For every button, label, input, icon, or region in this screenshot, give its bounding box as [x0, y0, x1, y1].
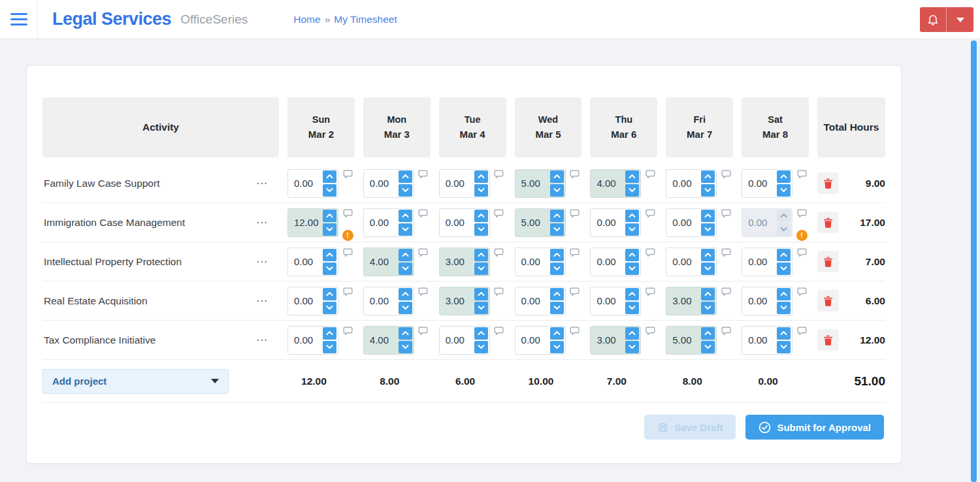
hours-input[interactable] [365, 178, 399, 189]
comment-icon[interactable] [494, 287, 504, 297]
hours-input[interactable] [592, 178, 625, 189]
comment-icon[interactable] [418, 287, 428, 297]
decrement-button[interactable] [625, 302, 639, 314]
decrement-button[interactable] [701, 263, 715, 275]
row-menu-icon[interactable]: ⋯ [255, 295, 270, 307]
increment-button[interactable] [625, 288, 639, 300]
vertical-scrollbar[interactable] [971, 40, 977, 482]
delete-row-button[interactable] [817, 290, 839, 312]
hours-input[interactable] [289, 217, 323, 228]
increment-button[interactable] [399, 327, 412, 340]
decrement-button[interactable] [399, 341, 412, 353]
decrement-button[interactable] [701, 302, 715, 314]
comment-icon[interactable] [570, 170, 580, 179]
comment-icon[interactable] [418, 327, 428, 336]
increment-button[interactable] [474, 210, 488, 222]
increment-button[interactable] [323, 170, 336, 183]
hours-input[interactable] [289, 334, 323, 345]
row-menu-icon[interactable]: ⋯ [255, 256, 270, 268]
increment-button[interactable] [323, 327, 336, 340]
hours-input[interactable] [668, 334, 701, 345]
decrement-button[interactable] [474, 223, 488, 236]
comment-icon[interactable] [570, 287, 580, 297]
decrement-button[interactable] [625, 184, 639, 197]
decrement-button[interactable] [550, 223, 564, 236]
decrement-button[interactable] [399, 302, 412, 314]
decrement-button[interactable] [474, 263, 488, 275]
hours-input[interactable] [365, 256, 399, 267]
increment-button[interactable] [701, 249, 715, 261]
hours-input[interactable] [441, 295, 474, 306]
comment-icon[interactable] [645, 209, 655, 218]
increment-button[interactable] [777, 327, 791, 340]
comment-icon[interactable] [797, 170, 807, 179]
hours-input[interactable] [592, 295, 625, 306]
hours-input[interactable] [441, 256, 474, 267]
hours-input[interactable] [668, 295, 701, 306]
hours-input[interactable] [743, 295, 777, 306]
submit-for-approval-button[interactable]: Submit for Approval [745, 415, 884, 440]
delete-row-button[interactable] [817, 329, 839, 351]
increment-button[interactable] [474, 288, 488, 300]
comment-icon[interactable] [797, 248, 807, 257]
decrement-button[interactable] [550, 263, 564, 275]
decrement-button[interactable] [474, 184, 488, 197]
decrement-button[interactable] [550, 184, 564, 197]
decrement-button[interactable] [323, 223, 336, 236]
comment-icon[interactable] [343, 209, 353, 218]
decrement-button[interactable] [550, 302, 564, 314]
hours-input[interactable] [517, 334, 550, 345]
comment-icon[interactable] [343, 327, 353, 336]
increment-button[interactable] [399, 210, 412, 222]
comment-icon[interactable] [418, 170, 428, 179]
increment-button[interactable] [625, 327, 639, 340]
increment-button[interactable] [474, 249, 488, 261]
decrement-button[interactable] [323, 341, 336, 353]
increment-button[interactable] [399, 249, 412, 261]
delete-row-button[interactable] [817, 212, 839, 233]
increment-button[interactable] [701, 210, 715, 222]
decrement-button[interactable] [701, 184, 715, 197]
hours-input[interactable] [668, 256, 701, 267]
increment-button[interactable] [550, 327, 564, 340]
comment-icon[interactable] [645, 327, 655, 336]
increment-button[interactable] [625, 249, 639, 261]
hours-input[interactable] [365, 295, 399, 306]
comment-icon[interactable] [721, 287, 731, 297]
increment-button[interactable] [399, 288, 412, 300]
comment-icon[interactable] [494, 170, 504, 179]
increment-button[interactable] [550, 288, 564, 300]
decrement-button[interactable] [777, 341, 791, 353]
increment-button[interactable] [777, 170, 791, 183]
decrement-button[interactable] [550, 341, 564, 353]
decrement-button[interactable] [625, 341, 639, 353]
comment-icon[interactable] [494, 327, 504, 336]
increment-button[interactable] [701, 170, 715, 183]
decrement-button[interactable] [625, 223, 639, 236]
hours-input[interactable] [517, 217, 550, 228]
comment-icon[interactable] [797, 327, 807, 336]
comment-icon[interactable] [645, 170, 655, 179]
row-menu-icon[interactable]: ⋯ [255, 178, 270, 189]
decrement-button[interactable] [323, 302, 336, 314]
comment-icon[interactable] [570, 248, 580, 257]
comment-icon[interactable] [721, 248, 731, 257]
increment-button[interactable] [550, 210, 564, 222]
hours-input[interactable] [365, 334, 399, 345]
decrement-button[interactable] [777, 184, 791, 197]
increment-button[interactable] [399, 170, 412, 183]
comment-icon[interactable] [418, 209, 428, 218]
comment-icon[interactable] [797, 209, 807, 218]
user-menu-button[interactable] [947, 7, 973, 32]
comment-icon[interactable] [645, 248, 655, 257]
increment-button[interactable] [701, 327, 715, 340]
notifications-button[interactable] [920, 7, 947, 32]
row-menu-icon[interactable]: ⋯ [255, 217, 270, 229]
hours-input[interactable] [592, 334, 625, 345]
row-menu-icon[interactable]: ⋯ [255, 334, 270, 346]
decrement-button[interactable] [701, 223, 715, 236]
comment-icon[interactable] [494, 209, 504, 218]
breadcrumb-home-link[interactable]: Home [293, 14, 320, 25]
comment-icon[interactable] [343, 170, 353, 179]
comment-icon[interactable] [570, 209, 580, 218]
